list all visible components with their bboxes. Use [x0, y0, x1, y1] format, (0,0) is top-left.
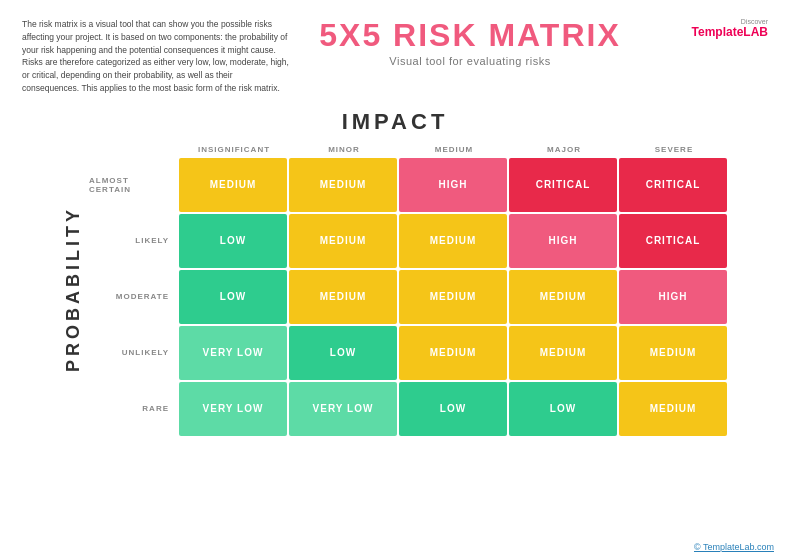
cell-r4-c3: LOW [509, 382, 617, 436]
main-title: 5X5 RISK MATRIX [292, 18, 648, 53]
row-label-moderate: MODERATE [89, 270, 179, 324]
cell-r4-c4: MEDIUM [619, 382, 727, 436]
cell-r1-c1: MEDIUM [289, 214, 397, 268]
footer-link[interactable]: © TemplateLab.com [694, 542, 774, 552]
cell-r1-c4: CRITICAL [619, 214, 727, 268]
col-header-insignificant: INSIGNIFICANT [179, 141, 289, 158]
cell-r0-c2: HIGH [399, 158, 507, 212]
cell-r0-c0: MEDIUM [179, 158, 287, 212]
cell-r2-c4: HIGH [619, 270, 727, 324]
header: The risk matrix is a visual tool that ca… [0, 0, 790, 95]
data-row: RAREVERY LOWVERY LOWLOWLOWMEDIUM [89, 382, 729, 436]
row-label-likely: LIKELY [89, 214, 179, 268]
matrix-body: PROBABILITY INSIGNIFICANT MINOR MEDIUM M… [61, 141, 729, 438]
col-header-row: INSIGNIFICANT MINOR MEDIUM MAJOR SEVERE [89, 141, 729, 158]
row-label-spacer [89, 141, 179, 158]
cell-r4-c0: VERY LOW [179, 382, 287, 436]
cell-r3-c2: MEDIUM [399, 326, 507, 380]
row-label-unlikely: UNLIKELY [89, 326, 179, 380]
row-label-rare: RARE [89, 382, 179, 436]
col-header-minor: MINOR [289, 141, 399, 158]
sub-title: Visual tool for evaluating risks [292, 55, 648, 67]
cell-r2-c0: LOW [179, 270, 287, 324]
cell-r2-c1: MEDIUM [289, 270, 397, 324]
data-row: LIKELYLOWMEDIUMMEDIUMHIGHCRITICAL [89, 214, 729, 268]
cell-r2-c3: MEDIUM [509, 270, 617, 324]
cell-r0-c1: MEDIUM [289, 158, 397, 212]
data-row: ALMOST CERTAINMEDIUMMEDIUMHIGHCRITICALCR… [89, 158, 729, 212]
cell-r0-c3: CRITICAL [509, 158, 617, 212]
logo-area: Discover TemplateLAB [678, 18, 768, 39]
data-row: MODERATELOWMEDIUMMEDIUMMEDIUMHIGH [89, 270, 729, 324]
cell-r1-c3: HIGH [509, 214, 617, 268]
cell-r3-c3: MEDIUM [509, 326, 617, 380]
rows-container: ALMOST CERTAINMEDIUMMEDIUMHIGHCRITICALCR… [89, 158, 729, 438]
cell-r1-c0: LOW [179, 214, 287, 268]
cell-r3-c1: LOW [289, 326, 397, 380]
row-label-almost-certain: ALMOST CERTAIN [89, 158, 179, 212]
matrix-grid: INSIGNIFICANT MINOR MEDIUM MAJOR SEVERE … [89, 141, 729, 438]
title-area: 5X5 RISK MATRIX Visual tool for evaluati… [292, 18, 678, 67]
cell-r3-c0: VERY LOW [179, 326, 287, 380]
cell-r0-c4: CRITICAL [619, 158, 727, 212]
impact-label: IMPACT [342, 109, 449, 135]
cell-r3-c4: MEDIUM [619, 326, 727, 380]
matrix-wrapper: IMPACT PROBABILITY INSIGNIFICANT MINOR M… [0, 109, 790, 438]
logo-name: TemplateLAB [678, 25, 768, 39]
col-header-major: MAJOR [509, 141, 619, 158]
probability-label-wrapper: PROBABILITY [61, 141, 85, 438]
cell-r4-c1: VERY LOW [289, 382, 397, 436]
col-header-severe: SEVERE [619, 141, 729, 158]
logo-top: Discover [678, 18, 768, 25]
cell-r1-c2: MEDIUM [399, 214, 507, 268]
data-row: UNLIKELYVERY LOWLOWMEDIUMMEDIUMMEDIUM [89, 326, 729, 380]
cell-r4-c2: LOW [399, 382, 507, 436]
col-header-medium: MEDIUM [399, 141, 509, 158]
cell-r2-c2: MEDIUM [399, 270, 507, 324]
header-description: The risk matrix is a visual tool that ca… [22, 18, 292, 95]
probability-label: PROBABILITY [63, 206, 84, 372]
